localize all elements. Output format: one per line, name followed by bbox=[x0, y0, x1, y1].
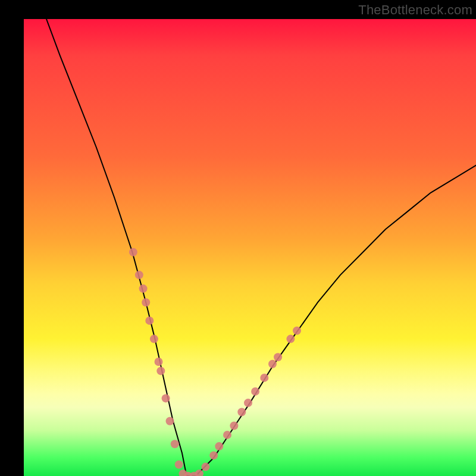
highlight-dot bbox=[171, 440, 179, 448]
highlight-dot bbox=[155, 358, 163, 366]
highlight-dot bbox=[166, 417, 174, 425]
highlight-dot bbox=[156, 367, 165, 375]
highlight-dot bbox=[162, 394, 170, 402]
curve-svg bbox=[24, 19, 476, 476]
highlight-dot bbox=[142, 298, 150, 306]
highlight-dot bbox=[286, 335, 295, 343]
highlight-dot bbox=[260, 374, 268, 382]
highlight-dot bbox=[129, 248, 137, 256]
highlight-dot bbox=[251, 387, 259, 396]
highlight-dot bbox=[139, 284, 148, 293]
marker-group bbox=[129, 248, 301, 476]
curve-group bbox=[46, 19, 476, 476]
highlight-dot bbox=[135, 271, 143, 279]
highlight-dot bbox=[237, 408, 246, 416]
highlight-dot bbox=[230, 422, 238, 430]
highlight-dot bbox=[268, 360, 277, 368]
highlight-dot bbox=[274, 353, 282, 361]
highlight-dot bbox=[215, 442, 223, 450]
chart-frame: TheBottleneck.com bbox=[0, 0, 476, 476]
highlight-dot bbox=[195, 469, 203, 476]
highlight-dot bbox=[150, 335, 158, 343]
watermark-text: TheBottleneck.com bbox=[358, 2, 472, 18]
highlight-dot bbox=[209, 451, 218, 459]
highlight-dot bbox=[202, 463, 210, 471]
highlight-dot bbox=[175, 461, 183, 469]
bottleneck-curve bbox=[46, 19, 476, 476]
highlight-dot bbox=[223, 431, 231, 439]
highlight-dot bbox=[145, 317, 154, 325]
plot-area bbox=[24, 19, 476, 476]
highlight-dot bbox=[293, 327, 301, 335]
highlight-dot bbox=[244, 399, 252, 407]
